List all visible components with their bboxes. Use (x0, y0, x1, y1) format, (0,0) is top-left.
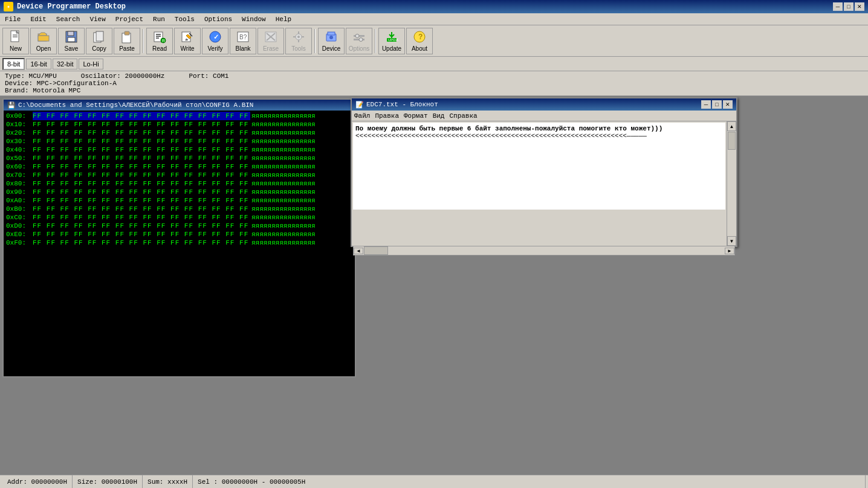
paste-button[interactable]: Paste (114, 28, 140, 54)
notepad-line2: <<<<<<<<<<<<<<<<<<<<<<<<<<<<<<<<<<<<<<<<… (355, 132, 723, 140)
menu-view[interactable]: View (87, 15, 108, 24)
notepad-menu-edit[interactable]: Правка (375, 112, 399, 120)
prog-title-icon: 💾 (7, 101, 16, 109)
hex-row[interactable]: 0xE0:FF FF FF FF FF FF FF FF FF FF FF FF… (6, 230, 352, 239)
title-controls[interactable]: ─ □ ✕ (833, 2, 864, 11)
notepad-menu-view[interactable]: Вид (433, 112, 445, 120)
hex-row[interactable]: 0x10:FF FF FF FF FF FF FF FF FF FF FF FF… (6, 120, 352, 129)
copy-button[interactable]: Copy (86, 28, 112, 54)
svg-point-32 (297, 36, 300, 38)
hex-bytes[interactable]: FF FF FF FF FF FF FF FF FF FF FF FF FF F… (33, 171, 250, 179)
minimize-button[interactable]: ─ (833, 2, 843, 11)
hex-bytes[interactable]: FF FF FF FF FF FF FF FF FF FF FF FF FF F… (33, 205, 250, 213)
write-button[interactable]: Write (174, 28, 201, 54)
notepad-hscroll[interactable]: ◄ ► (353, 246, 735, 255)
main-area: 💾 C:\Documents and Settings\АЛЕКСЕЙ\Рабо… (0, 96, 868, 380)
hex-row[interactable]: 0xB0:FF FF FF FF FF FF FF FF FF FF FF FF… (6, 205, 352, 213)
device-info: Type: MCU/MPU Oscilator: 20000000Hz Port… (0, 71, 868, 96)
new-button[interactable]: New (2, 28, 29, 54)
hex-bytes[interactable]: FF FF FF FF FF FF FF FF FF FF FF FF FF F… (33, 146, 250, 154)
options-button[interactable]: Options (346, 28, 372, 54)
menu-window[interactable]: Window (239, 15, 268, 24)
notepad-vscroll[interactable]: ▲ ▼ (727, 121, 736, 246)
hex-row[interactable]: 0x70:FF FF FF FF FF FF FF FF FF FF FF FF… (6, 171, 352, 179)
hex-row[interactable]: 0xA0:FF FF FF FF FF FF FF FF FF FF FF FF… (6, 196, 352, 205)
hex-row[interactable]: 0xD0:FF FF FF FF FF FF FF FF FF FF FF FF… (6, 222, 352, 230)
read-button[interactable]: R Read (146, 28, 173, 54)
tools-button[interactable]: Tools (285, 28, 312, 54)
svg-rect-8 (68, 31, 74, 36)
hex-bytes[interactable]: FF FF FF FF FF FF FF FF FF FF FF FF FF F… (33, 230, 250, 239)
open-button[interactable]: Open (30, 28, 57, 54)
verify-button[interactable]: ✓ Verify (202, 28, 228, 54)
hscroll-right-button[interactable]: ► (725, 248, 734, 254)
hex-ascii: яяяяяяяяяяяяяяяя (251, 213, 316, 222)
hex-bytes[interactable]: FF FF FF FF FF FF FF FF FF FF FF FF FF F… (33, 129, 250, 137)
hex-row[interactable]: 0x20:FF FF FF FF FF FF FF FF FF FF FF FF… (6, 129, 352, 137)
hex-row[interactable]: 0x00:FF FF FF FF FF FF FF FF FF FF FF FF… (6, 112, 352, 120)
scroll-down-button[interactable]: ▼ (727, 236, 736, 246)
about-button[interactable]: ? About (406, 28, 433, 54)
device-button[interactable]: Device (318, 28, 345, 54)
menu-search[interactable]: Search (54, 15, 83, 24)
programmer-title: 💾 C:\Documents and Settings\АЛЕКСЕЙ\Рабо… (4, 100, 355, 111)
hex-bytes[interactable]: FF FF FF FF FF FF FF FF FF FF FF FF FF F… (33, 112, 250, 120)
options-icon (352, 30, 366, 44)
update-label: Update (382, 45, 401, 52)
8bit-button[interactable]: 8-bit (2, 58, 25, 70)
menu-run[interactable]: Run (151, 15, 167, 24)
notepad-menu-format[interactable]: Формат (404, 112, 428, 120)
toolbar: New Open Save Cop (0, 25, 868, 57)
hex-row[interactable]: 0x30:FF FF FF FF FF FF FF FF FF FF FF FF… (6, 137, 352, 146)
32bit-button[interactable]: 32-bit (53, 59, 78, 69)
notepad-minimize-button[interactable]: ─ (701, 100, 711, 109)
notepad-content[interactable]: По моему должны быть первые 6 байт запол… (353, 123, 725, 210)
hex-bytes[interactable]: FF FF FF FF FF FF FF FF FF FF FF FF FF F… (33, 213, 250, 222)
svg-text:✓: ✓ (213, 33, 219, 40)
hex-bytes[interactable]: FF FF FF FF FF FF FF FF FF FF FF FF FF F… (33, 239, 250, 247)
hex-row[interactable]: 0xC0:FF FF FF FF FF FF FF FF FF FF FF FF… (6, 213, 352, 222)
scroll-thumb[interactable] (728, 132, 736, 150)
hex-row[interactable]: 0x50:FF FF FF FF FF FF FF FF FF FF FF FF… (6, 154, 352, 162)
hex-bytes[interactable]: FF FF FF FF FF FF FF FF FF FF FF FF FF F… (33, 162, 250, 171)
blank-button[interactable]: B? Blank (230, 28, 256, 54)
svg-point-43 (359, 38, 363, 42)
verify-label: Verify (207, 45, 222, 52)
hscroll-thumb[interactable] (364, 246, 388, 255)
hscroll-left-button[interactable]: ◄ (354, 248, 363, 254)
hex-row[interactable]: 0x60:FF FF FF FF FF FF FF FF FF FF FF FF… (6, 162, 352, 171)
notepad-title-controls[interactable]: ─ □ ✕ (701, 100, 733, 109)
hex-row[interactable]: 0x90:FF FF FF FF FF FF FF FF FF FF FF FF… (6, 188, 352, 196)
maximize-button[interactable]: □ (844, 2, 853, 11)
notepad-close-button[interactable]: ✕ (723, 100, 733, 109)
notepad-title-text: EDC7.txt - Блокнот (366, 101, 438, 108)
lohi-button[interactable]: Lo-Hi (79, 59, 103, 69)
hex-content[interactable]: 0x00:FF FF FF FF FF FF FF FF FF FF FF FF… (4, 111, 355, 376)
hex-bytes[interactable]: FF FF FF FF FF FF FF FF FF FF FF FF FF F… (33, 154, 250, 162)
hex-bytes[interactable]: FF FF FF FF FF FF FF FF FF FF FF FF FF F… (33, 196, 250, 205)
update-button[interactable]: UPDATE Update (378, 28, 405, 54)
menu-help[interactable]: Help (273, 15, 294, 24)
hex-bytes[interactable]: FF FF FF FF FF FF FF FF FF FF FF FF FF F… (33, 137, 250, 146)
hex-bytes[interactable]: FF FF FF FF FF FF FF FF FF FF FF FF FF F… (33, 179, 250, 188)
menu-tools[interactable]: Tools (172, 15, 197, 24)
hex-bytes[interactable]: FF FF FF FF FF FF FF FF FF FF FF FF FF F… (33, 188, 250, 196)
notepad-menu-file[interactable]: Файл (354, 112, 370, 120)
hex-row[interactable]: 0xF0:FF FF FF FF FF FF FF FF FF FF FF FF… (6, 239, 352, 247)
hex-addr: 0xD0: (6, 222, 31, 230)
hex-row[interactable]: 0x40:FF FF FF FF FF FF FF FF FF FF FF FF… (6, 146, 352, 154)
notepad-menu-help[interactable]: Справка (449, 112, 477, 120)
menu-edit[interactable]: Edit (28, 15, 48, 24)
scroll-up-button[interactable]: ▲ (727, 121, 736, 131)
notepad-restore-button[interactable]: □ (712, 100, 722, 109)
menu-options[interactable]: Options (202, 15, 235, 24)
menu-project[interactable]: Project (113, 15, 146, 24)
save-button[interactable]: Save (58, 28, 85, 54)
16bit-button[interactable]: 16-bit (26, 59, 51, 69)
hex-bytes[interactable]: FF FF FF FF FF FF FF FF FF FF FF FF FF F… (33, 120, 250, 129)
close-button[interactable]: ✕ (855, 2, 864, 11)
erase-button[interactable]: Erase (257, 28, 284, 54)
hex-bytes[interactable]: FF FF FF FF FF FF FF FF FF FF FF FF FF F… (33, 222, 250, 230)
menu-file[interactable]: File (2, 15, 23, 24)
hex-row[interactable]: 0x80:FF FF FF FF FF FF FF FF FF FF FF FF… (6, 179, 352, 188)
